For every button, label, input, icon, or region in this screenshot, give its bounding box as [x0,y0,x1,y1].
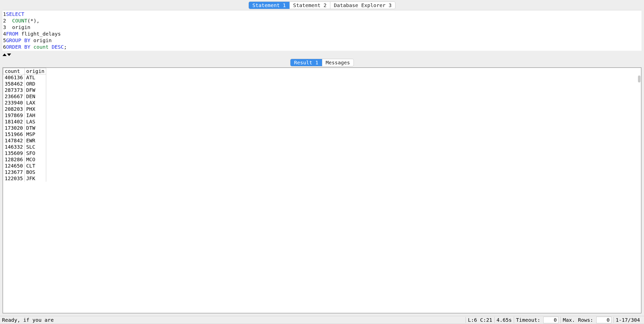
status-range: 1-17/304 [613,317,642,323]
top-tab-2[interactable]: Database Explorer 3 [330,2,395,9]
line-number: 3 [3,24,6,31]
cell-origin: SFO [24,150,46,156]
token: flight_delays [18,31,61,37]
status-timeout-input[interactable]: 0 [543,317,558,323]
status-ready: Ready, if you are [2,317,466,323]
table-row[interactable]: 124650CLT [3,163,46,169]
table-row[interactable]: 146332SLC [3,144,46,150]
cell-count: 147842 [3,138,25,144]
cell-origin: BOS [24,169,46,175]
code-line: 5GROUP BY origin [3,37,641,44]
table-row[interactable]: 122035JFK [3,175,46,182]
token: (*), [27,18,39,24]
code-line: 3 origin [3,24,641,31]
splitter-row [0,51,644,57]
cell-count: 151966 [3,131,25,138]
table-row[interactable]: 135609SFO [3,150,46,156]
scrollbar-thumb[interactable] [638,75,640,83]
code-line: 1SELECT [3,11,641,17]
token: origin [30,37,51,43]
cell-count: 197869 [3,112,25,119]
cell-count: 358462 [3,81,25,87]
status-maxrows-input[interactable]: 0 [596,317,611,323]
cell-count: 233940 [3,100,25,106]
cell-count: 146332 [3,144,25,150]
code-content: origin [6,24,641,31]
result-tabs-container: Result 1Messages [0,57,644,67]
cell-origin: MSP [24,131,46,138]
results-scroll[interactable]: countorigin 406136ATL358462ORD287373DFW2… [3,68,641,313]
cell-origin: LAS [24,119,46,125]
cell-count: 287373 [3,87,25,93]
status-maxrows: Max. Rows: 0 [560,317,613,323]
table-row[interactable]: 406136ATL [3,74,46,81]
code-content: FROM flight_delays [6,31,641,37]
cell-count: 124650 [3,163,25,169]
token [6,18,12,24]
results-panel: countorigin 406136ATL358462ORD287373DFW2… [3,67,641,313]
column-header-origin[interactable]: origin [24,68,46,74]
results-body: 406136ATL358462ORD287373DFW236667DEN2339… [3,74,46,182]
table-row[interactable]: 236667DEN [3,93,46,100]
table-row[interactable]: 151966MSP [3,131,46,138]
token: origin [6,24,30,30]
token [30,44,33,50]
token: SELECT [6,11,24,17]
result-tab-1[interactable]: Messages [322,59,354,66]
cell-count: 208203 [3,106,25,112]
table-row[interactable]: 147842EWR [3,138,46,144]
table-row[interactable]: 181402LAS [3,119,46,125]
status-elapsed: 4.65s [494,317,514,323]
cell-origin: ORD [24,81,46,87]
table-row[interactable]: 287373DFW [3,87,46,93]
column-header-count[interactable]: count [3,68,25,74]
cell-count: 135609 [3,150,25,156]
cell-origin: JFK [24,175,46,182]
cell-origin: LAX [24,100,46,106]
line-number: 6 [3,44,6,50]
line-number: 4 [3,31,6,37]
cell-origin: MCO [24,156,46,163]
app-root: Statement 1Statement 2Database Explorer … [0,0,644,324]
status-timeout: Timeout: 0 [514,317,560,323]
token: DESC [52,44,64,50]
cell-count: 123677 [3,169,25,175]
splitter-handle[interactable] [3,53,11,56]
table-row[interactable]: 208203PHX [3,106,46,112]
status-bar: Ready, if you are L:6 C:21 4.65s Timeout… [0,316,644,324]
code-line: 6ORDER BY count DESC; [3,44,641,50]
table-row[interactable]: 173020DTW [3,125,46,131]
token: ORDER BY [6,44,30,50]
token: count [33,44,48,50]
cell-origin: CLT [24,163,46,169]
table-row[interactable]: 233940LAX [3,100,46,106]
cell-count: 128286 [3,156,25,163]
cell-origin: PHX [24,106,46,112]
token: COUNT [12,18,27,24]
table-row[interactable]: 358462ORD [3,81,46,87]
cell-count: 406136 [3,74,25,81]
status-timeout-label: Timeout: [516,317,540,323]
line-number: 5 [3,37,6,44]
collapse-down-icon [7,53,11,56]
code-content: SELECT [6,11,641,17]
collapse-up-icon [3,53,7,56]
cell-count: 181402 [3,119,25,125]
cell-count: 236667 [3,93,25,100]
table-row[interactable]: 128286MCO [3,156,46,163]
cell-origin: DEN [24,93,46,100]
result-tabs: Result 1Messages [290,59,354,66]
status-maxrows-label: Max. Rows: [563,317,593,323]
cell-count: 173020 [3,125,25,131]
top-tabs-container: Statement 1Statement 2Database Explorer … [0,0,644,10]
sql-editor[interactable]: 1SELECT2 COUNT(*),3 origin4FROM flight_d… [3,10,641,51]
top-tab-1[interactable]: Statement 2 [290,2,330,9]
table-row[interactable]: 123677BOS [3,169,46,175]
top-tab-0[interactable]: Statement 1 [249,2,289,9]
top-tabs: Statement 1Statement 2Database Explorer … [249,2,395,9]
result-tab-0[interactable]: Result 1 [290,59,322,66]
table-row[interactable]: 197869IAH [3,112,46,119]
cell-origin: IAH [24,112,46,119]
code-content: GROUP BY origin [6,37,641,44]
results-table: countorigin 406136ATL358462ORD287373DFW2… [3,68,46,182]
